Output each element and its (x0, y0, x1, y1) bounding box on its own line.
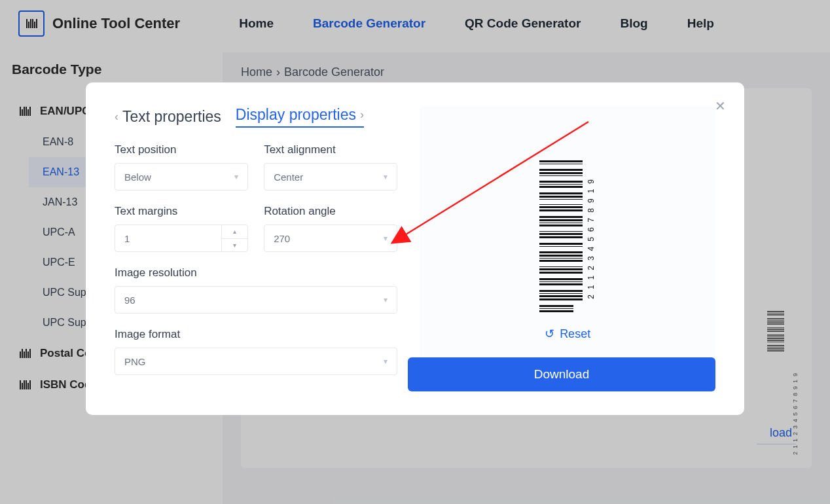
barcode-bars (539, 160, 583, 312)
input-text-margins[interactable]: 1 ▴ ▾ (115, 225, 248, 252)
download-button[interactable]: Download (408, 357, 715, 391)
select-value: PNG (124, 356, 146, 367)
input-value: 1 (124, 233, 130, 244)
select-text-alignment[interactable]: Center ▾ (264, 163, 397, 190)
field-text-position: Text position Below ▾ (115, 143, 248, 190)
tab-display-properties[interactable]: Display properties › (236, 106, 364, 128)
field-image-resolution: Image resolution 96 ▾ (115, 266, 397, 314)
field-label: Image resolution (115, 266, 397, 279)
select-value: 96 (124, 295, 135, 306)
field-text-alignment: Text alignment Center ▾ (264, 143, 397, 190)
field-label: Rotation angle (264, 205, 397, 218)
tab-label: Text properties (122, 108, 221, 126)
select-value: Center (274, 171, 303, 183)
tab-label: Display properties (236, 106, 356, 124)
barcode-preview-panel: 2112345678919 ↺ Reset (420, 106, 715, 389)
select-text-position[interactable]: Below ▾ (115, 163, 248, 190)
reset-icon: ↺ (545, 327, 554, 341)
select-rotation-angle[interactable]: 270 ▾ (264, 225, 397, 252)
barcode-digits: 2112345678919 (586, 174, 596, 299)
select-value: Below (124, 171, 151, 183)
chevron-down-icon: ▾ (384, 172, 388, 181)
chevron-down-icon: ▾ (384, 234, 388, 243)
chevron-left-icon: ‹ (115, 110, 118, 124)
reset-label: Reset (560, 327, 590, 341)
step-up-icon[interactable]: ▴ (222, 225, 247, 239)
chevron-right-icon: › (360, 108, 364, 122)
field-label: Text alignment (264, 143, 397, 156)
field-text-margins: Text margins 1 ▴ ▾ (115, 205, 248, 252)
tab-text-properties[interactable]: ‹ Text properties (115, 108, 221, 126)
modal-overlay: ✕ ‹ Text properties Display properties ›… (0, 0, 830, 504)
step-down-icon[interactable]: ▾ (222, 239, 247, 252)
field-label: Text position (115, 143, 248, 156)
select-image-resolution[interactable]: 96 ▾ (115, 286, 397, 314)
field-label: Image format (115, 328, 397, 341)
reset-button[interactable]: ↺ Reset (545, 327, 590, 341)
select-image-format[interactable]: PNG ▾ (115, 348, 397, 375)
field-image-format: Image format PNG ▾ (115, 328, 397, 375)
close-icon[interactable]: ✕ (715, 98, 726, 114)
field-label: Text margins (115, 205, 248, 218)
chevron-down-icon: ▾ (234, 172, 238, 181)
field-rotation-angle: Rotation angle 270 ▾ (264, 205, 397, 252)
chevron-down-icon: ▾ (384, 295, 388, 304)
properties-modal: ✕ ‹ Text properties Display properties ›… (86, 82, 744, 415)
barcode-preview: 2112345678919 (539, 160, 596, 312)
modal-form-panel: ‹ Text properties Display properties › T… (115, 106, 397, 389)
number-stepper[interactable]: ▴ ▾ (221, 225, 247, 251)
select-value: 270 (274, 233, 290, 244)
chevron-down-icon: ▾ (384, 357, 388, 366)
